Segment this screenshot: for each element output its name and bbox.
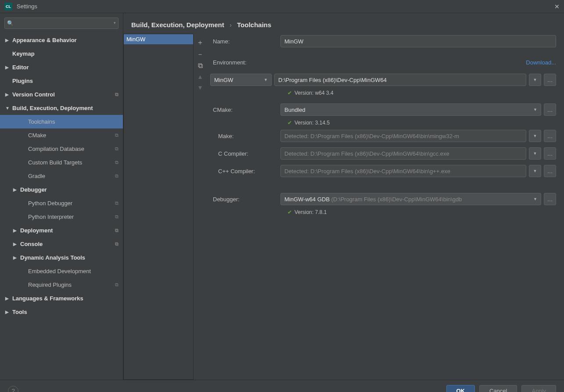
name-label: Name: <box>210 38 280 45</box>
breadcrumb-leaf: Toolchains <box>237 21 271 29</box>
window-title: Settings <box>17 3 554 10</box>
tree-item[interactable]: Python Debugger⧉ <box>0 196 123 210</box>
scope-icon: ⧉ <box>115 228 119 233</box>
cc-browse-button[interactable]: … <box>544 147 556 160</box>
tree-item[interactable]: Custom Build Targets⧉ <box>0 156 123 169</box>
tree-item-label: Build, Execution, Deployment <box>12 105 93 111</box>
tree-item[interactable]: Python Interpreter⧉ <box>0 210 123 224</box>
tree-item[interactable]: ▶Deployment⧉ <box>0 224 123 237</box>
scope-icon: ⧉ <box>115 146 119 152</box>
cc-dropdown[interactable]: ▼ <box>529 147 541 160</box>
cmake-select[interactable]: Bundled▼ <box>280 103 541 116</box>
tree-item[interactable]: ▶Debugger <box>0 183 123 196</box>
tree-item-label: Python Interpreter <box>28 214 74 220</box>
arrow-icon: ▶ <box>5 296 9 301</box>
breadcrumb-sep: › <box>230 21 232 29</box>
add-icon[interactable]: ＋ <box>194 38 207 47</box>
download-link[interactable]: Download... <box>526 59 556 66</box>
tree-item[interactable]: CMake⧉ <box>0 128 123 142</box>
tree-item[interactable]: Plugins <box>0 74 123 88</box>
make-dropdown[interactable]: ▼ <box>529 130 541 142</box>
cmake-label: CMake: <box>210 107 280 113</box>
arrow-icon: ▶ <box>13 187 17 192</box>
tree-item-label: Editor <box>12 64 29 71</box>
arrow-icon: ▶ <box>13 255 17 260</box>
arrow-icon: ▼ <box>5 106 10 110</box>
make-input[interactable] <box>280 130 526 142</box>
arrow-icon: ▶ <box>5 38 9 43</box>
check-icon: ✔ <box>287 120 292 126</box>
scope-icon: ⧉ <box>115 214 119 220</box>
copy-icon[interactable]: ⧉ <box>194 62 207 70</box>
tree-item-label: CMake <box>28 132 46 139</box>
tree-item-label: Required Plugins <box>28 282 72 288</box>
tree-item[interactable]: ▶Version Control⧉ <box>0 88 123 101</box>
env-path-input[interactable] <box>274 74 526 86</box>
close-icon[interactable]: ✕ <box>554 3 560 10</box>
cmake-version: Version: 3.14.5 <box>295 120 330 126</box>
dialog-footer: ? OK Cancel Apply https://blog.csdn.net/… <box>0 380 564 392</box>
down-icon[interactable]: ▾ <box>194 83 207 92</box>
tree-item[interactable]: Gradle⧉ <box>0 169 123 183</box>
tree-item-label: Toolchains <box>28 118 55 125</box>
up-icon[interactable]: ▴ <box>194 72 207 81</box>
dbg-select[interactable]: MinGW-w64 GDB (D:\Program Files (x86)\De… <box>280 193 541 205</box>
tree-item[interactable]: ▶Tools <box>0 305 123 319</box>
cancel-button[interactable]: Cancel <box>479 385 517 392</box>
tree-item[interactable]: Required Plugins⧉ <box>0 278 123 292</box>
breadcrumb: Build, Execution, Deployment › Toolchain… <box>123 13 564 34</box>
tree-item-label: Debugger <box>20 186 47 193</box>
tree-item-label: Python Debugger <box>28 200 72 207</box>
cxx-dropdown[interactable]: ▼ <box>529 165 541 177</box>
toolchain-list: MinGW <box>123 34 194 380</box>
tree-item[interactable]: ▶Editor <box>0 61 123 74</box>
tree-item[interactable]: ▶Languages & Frameworks <box>0 292 123 305</box>
tree-item-label: Tools <box>12 309 27 315</box>
tree-item[interactable]: Compilation Database⧉ <box>0 142 123 156</box>
cmake-browse-button[interactable]: … <box>544 103 556 116</box>
tree-item[interactable]: ▶Dynamic Analysis Tools <box>0 251 123 264</box>
titlebar: CL Settings ✕ <box>0 0 564 13</box>
tree-item-label: Console <box>20 241 43 247</box>
arrow-icon: ▶ <box>13 242 17 246</box>
cxx-input[interactable] <box>280 165 526 177</box>
apply-button[interactable]: Apply <box>521 385 556 392</box>
remove-icon[interactable]: － <box>194 50 207 59</box>
arrow-icon: ▶ <box>13 228 17 233</box>
tree-item-label: Keymap <box>12 50 35 57</box>
list-toolbar: ＋ － ⧉ ▴ ▾ <box>194 34 207 380</box>
app-icon: CL <box>4 3 12 11</box>
ok-button[interactable]: OK <box>446 385 475 392</box>
tree-item[interactable]: ▶Appearance & Behavior <box>0 33 123 47</box>
tree-item[interactable]: Keymap <box>0 47 123 61</box>
toolchain-item[interactable]: MinGW <box>124 34 193 44</box>
search-input[interactable] <box>4 18 119 29</box>
env-type-select[interactable]: MinGW▼ <box>210 74 272 86</box>
dbg-version: Version: 7.8.1 <box>295 209 327 215</box>
tree-item-label: Custom Build Targets <box>28 159 82 166</box>
dbg-browse-button[interactable]: … <box>544 193 556 205</box>
cc-input[interactable] <box>280 147 526 160</box>
tree-item-label: Compilation Database <box>28 146 84 152</box>
make-browse-button[interactable]: … <box>544 130 556 142</box>
cxx-label: C++ Compiler: <box>210 168 280 175</box>
env-browse-button[interactable]: … <box>544 74 556 86</box>
tree-item-label: Gradle <box>28 173 45 179</box>
tree-item-label: Version Control <box>12 91 55 98</box>
tree-item-label: Appearance & Behavior <box>12 37 77 43</box>
settings-tree: ▶Appearance & BehaviorKeymap▶EditorPlugi… <box>0 33 123 380</box>
cc-label: C Compiler: <box>210 150 280 157</box>
dbg-label: Debugger: <box>210 196 280 203</box>
help-button[interactable]: ? <box>8 386 18 392</box>
tree-item[interactable]: Embedded Development <box>0 264 123 278</box>
settings-sidebar: 🔍 ▾ ▶Appearance & BehaviorKeymap▶EditorP… <box>0 13 123 380</box>
breadcrumb-root: Build, Execution, Deployment <box>131 21 224 29</box>
scope-icon: ⧉ <box>115 92 119 97</box>
env-path-dropdown[interactable]: ▼ <box>529 74 541 86</box>
tree-item[interactable]: Toolchains <box>0 115 123 128</box>
scope-icon: ⧉ <box>115 160 119 165</box>
tree-item[interactable]: ▼Build, Execution, Deployment <box>0 101 123 115</box>
name-input[interactable] <box>280 35 556 47</box>
cxx-browse-button[interactable]: … <box>544 165 556 177</box>
tree-item[interactable]: ▶Console⧉ <box>0 237 123 251</box>
